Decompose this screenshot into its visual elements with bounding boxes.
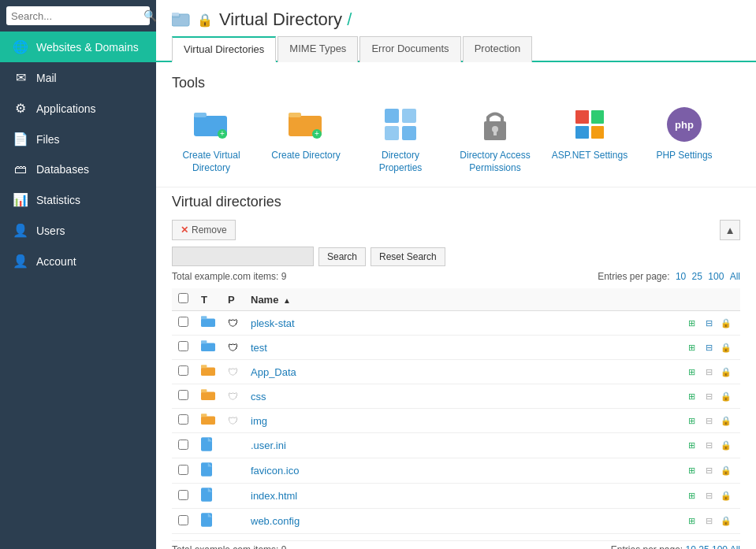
tab-protection[interactable]: Protection [463,36,533,62]
row-checkbox[interactable] [178,515,188,525]
svg-rect-12 [402,126,416,140]
dir-name-link[interactable]: .user.ini [251,440,286,451]
remove-button[interactable]: ✕ Remove [172,220,236,240]
tab-virtual-directories[interactable]: Virtual Directories [172,36,276,62]
sidebar-item-account[interactable]: 👤 Account [0,246,156,276]
shield-gray-icon: 🛡 [228,366,238,378]
sort-arrow-icon: ▲ [283,296,291,305]
entries-info: Total example.com items: 9 Entries per p… [172,271,740,282]
action-lock-icon[interactable]: 🔒 [718,413,734,428]
row-checkbox[interactable] [178,440,188,450]
row-checkbox[interactable] [178,365,188,376]
collapse-button[interactable]: ▲ [720,220,740,240]
search-input[interactable] [172,247,314,266]
php-settings-icon: php [664,104,705,145]
action-properties-icon[interactable]: ⊞ [683,388,699,404]
databases-icon: 🗃 [13,162,28,176]
row-checkbox[interactable] [178,414,188,425]
row-checkbox[interactable] [178,317,188,327]
action-properties-icon[interactable]: ⊞ [683,488,699,504]
action-lock-icon[interactable]: 🔒 [718,514,734,529]
action-files-icon[interactable]: ⊟ [701,413,717,428]
action-lock-icon[interactable]: 🔒 [718,388,734,404]
action-lock-icon[interactable]: 🔒 [718,438,734,454]
svg-rect-15 [493,131,497,135]
table-row: 🛡 plesk-stat ⊞ ⊟ 🔒 [172,311,740,336]
dir-name-link[interactable]: index.html [251,490,297,502]
tab-mime-types[interactable]: MIME Types [277,36,358,62]
action-lock-icon[interactable]: 🔒 [718,488,734,504]
virtual-directories-title: Virtual directories [172,194,740,210]
table-row: index.html ⊞ ⊟ 🔒 [172,484,740,509]
sidebar-item-mail[interactable]: ✉ Mail [0,62,156,93]
sidebar-item-applications[interactable]: ⚙ Applications [0,93,156,124]
bottom-entries-10-link[interactable]: 10 [686,544,696,549]
col-header-name[interactable]: Name ▲ [244,288,677,311]
row-checkbox[interactable] [178,465,188,475]
row-checkbox[interactable] [178,490,188,500]
tool-create-virtual-directory[interactable]: + Create Virtual Directory [172,104,251,174]
action-properties-icon[interactable]: ⊞ [683,364,699,380]
entries-all-link[interactable]: All [730,271,740,282]
tool-aspnet-settings[interactable]: ASP.NET Settings [550,104,629,174]
action-files-icon[interactable]: ⊟ [701,463,717,479]
action-properties-icon[interactable]: ⊞ [683,413,699,428]
svg-rect-28 [201,462,212,477]
sidebar-item-files[interactable]: 📄 Files [0,124,156,154]
action-lock-icon[interactable]: 🔒 [718,364,734,380]
bottom-entries-25-link[interactable]: 25 [698,544,709,549]
dir-name-link[interactable]: favicon.ico [251,465,299,477]
entries-25-link[interactable]: 25 [692,271,702,282]
svg-rect-19 [201,340,207,343]
action-files-icon[interactable]: ⊟ [701,339,717,355]
shield-gray-icon: 🛡 [228,391,238,402]
action-lock-icon[interactable]: 🔒 [718,339,734,355]
table-row: web.config ⊞ ⊟ 🔒 [172,509,740,534]
entries-100-link[interactable]: 100 [708,271,724,282]
directory-properties-label: Directory Properties [361,150,440,174]
action-files-icon[interactable]: ⊟ [701,364,717,380]
tool-directory-access-permissions[interactable]: Directory Access Permissions [456,104,534,174]
dir-name-link[interactable]: css [251,391,266,402]
action-files-icon[interactable]: ⊟ [701,514,717,529]
svg-rect-20 [201,368,215,377]
dir-name-link[interactable]: plesk-stat [251,317,295,329]
row-checkbox[interactable] [178,390,188,400]
action-properties-icon[interactable]: ⊞ [683,514,699,529]
action-files-icon[interactable]: ⊟ [701,315,717,331]
search-button[interactable]: Search [318,247,366,266]
action-lock-icon[interactable]: 🔒 [718,463,734,479]
action-properties-icon[interactable]: ⊞ [683,463,699,479]
entries-10-link[interactable]: 10 [676,271,686,282]
svg-rect-9 [385,109,399,123]
tab-error-documents[interactable]: Error Documents [359,36,460,62]
action-files-icon[interactable]: ⊟ [701,488,717,504]
action-properties-icon[interactable]: ⊞ [683,438,699,454]
search-input[interactable] [11,10,143,22]
bottom-entries-100-link[interactable]: 100 [712,544,728,549]
action-lock-icon[interactable]: 🔒 [718,315,734,331]
tool-create-directory[interactable]: + Create Directory [266,104,345,174]
bottom-entries-all-link[interactable]: All [730,544,740,549]
action-files-icon[interactable]: ⊟ [701,438,717,454]
action-properties-icon[interactable]: ⊞ [683,339,699,355]
action-files-icon[interactable]: ⊟ [701,388,717,404]
select-all-checkbox[interactable] [178,293,188,303]
dir-name-link[interactable]: web.config [251,515,300,527]
sidebar-item-databases[interactable]: 🗃 Databases [0,154,156,184]
dir-name-link[interactable]: App_Data [251,366,296,378]
folder-blue-icon [201,316,215,328]
chevron-up-icon: ▲ [724,224,735,236]
tool-directory-properties[interactable]: Directory Properties [361,104,440,174]
reset-search-button[interactable]: Reset Search [371,247,445,266]
tool-php-settings[interactable]: php PHP Settings [645,104,724,174]
dir-name-link[interactable]: img [251,415,267,427]
sidebar-item-users[interactable]: 👤 Users [0,215,156,246]
dir-name-link[interactable]: test [251,342,267,354]
action-properties-icon[interactable]: ⊞ [683,315,699,331]
aspnet-settings-icon [569,104,610,145]
sidebar-item-websites-domains[interactable]: 🌐 Websites & Domains [0,32,156,62]
row-checkbox[interactable] [178,341,188,351]
svg-rect-5 [194,113,207,117]
sidebar-item-statistics[interactable]: 📊 Statistics [0,184,156,215]
